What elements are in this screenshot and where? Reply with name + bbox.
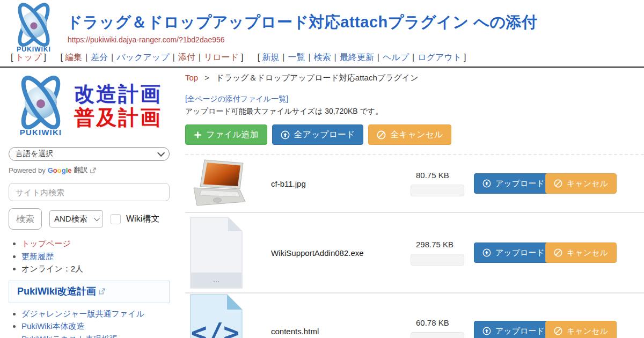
- sidebar-section-title[interactable]: PukiWiki改造計画: [9, 281, 170, 303]
- max-upload-size-text: アップロード可能最大ファイルサイズは 30,720KB です。: [185, 107, 644, 116]
- external-link-icon: [99, 288, 105, 295]
- logo-wordmark: PUKIWIKI: [20, 128, 62, 137]
- progress-bar: [411, 254, 464, 266]
- upload-toolbar: ファイル追加 全アップロード 全キャンセル: [185, 124, 644, 145]
- nav-diff[interactable]: 差分: [91, 53, 108, 62]
- upload-label: アップロード: [495, 326, 545, 336]
- wiki-syntax-label: Wiki構文: [126, 214, 159, 225]
- nav-new[interactable]: 新規: [262, 53, 279, 62]
- svg-text:</>: </>: [191, 317, 239, 338]
- nav-list[interactable]: 一覧: [288, 53, 305, 62]
- upload-all-button[interactable]: 全アップロード: [272, 124, 364, 145]
- svg-text:...: ...: [213, 275, 220, 284]
- google-translate-attribution: Powered by Google 翻訳: [9, 165, 177, 175]
- search-button[interactable]: 検索: [9, 208, 42, 230]
- language-select[interactable]: 言語を選択: [9, 147, 170, 161]
- upload-all-label: 全アップロード: [294, 129, 355, 141]
- nav-reload[interactable]: リロード: [204, 53, 239, 62]
- slogan-line-1: 改造計画: [74, 83, 162, 106]
- file-name: WikiSupportAddin082.exe: [271, 248, 364, 258]
- upload-circle-icon: [281, 130, 290, 139]
- upload-button[interactable]: アップロード: [474, 243, 553, 263]
- search-mode-select[interactable]: AND検索: [49, 210, 103, 227]
- atom-icon: PUKIWIKI: [9, 74, 73, 138]
- nav-edit[interactable]: 編集: [65, 53, 82, 62]
- separator: |: [308, 53, 310, 62]
- cancel-button[interactable]: キャンセル: [545, 243, 617, 263]
- nav-help[interactable]: ヘルプ: [383, 53, 409, 62]
- list-item: PukiWikiテキスト表現拡張: [21, 333, 177, 338]
- cancel-all-button[interactable]: 全キャンセル: [368, 124, 451, 145]
- ban-icon: [377, 130, 386, 139]
- laptop-thumbnail: [189, 158, 250, 209]
- breadcrumb-separator: >: [204, 73, 209, 82]
- pukiwiki-attach-page: PUKIWIKI ドラッグ＆ドロップアップロード対応attachプラグイン への…: [0, 0, 644, 338]
- bracket: ]: [44, 53, 46, 62]
- site-slogan: 改造計画 普及計画: [74, 83, 162, 129]
- separator: |: [282, 53, 284, 62]
- google-wordmark: Google: [48, 166, 72, 174]
- online-count: オンライン：2人: [21, 264, 83, 273]
- breadcrumb: Top > ドラッグ＆ドロップアップロード対応attachプラグイン: [185, 73, 644, 83]
- nav-search[interactable]: 検索: [314, 53, 331, 62]
- separator: |: [111, 53, 113, 62]
- nav-top[interactable]: トップ: [15, 53, 41, 62]
- chevron-down-icon: [157, 149, 165, 157]
- nav-logout[interactable]: ログアウト: [418, 53, 462, 62]
- breadcrumb-home[interactable]: Top: [185, 73, 198, 82]
- cancel-all-label: 全キャンセル: [390, 129, 443, 141]
- sidebar-item-update-history[interactable]: 更新履歴: [21, 252, 54, 261]
- sidebar-item-text-ext[interactable]: PukiWikiテキスト表現拡張: [21, 334, 118, 338]
- main-content: Top > ドラッグ＆ドロップアップロード対応attachプラグイン [全ページ…: [185, 70, 644, 338]
- upload-button[interactable]: アップロード: [474, 321, 553, 338]
- ban-icon: [554, 248, 562, 257]
- all-attachments-link[interactable]: [全ページの添付ファイル一覧]: [185, 94, 644, 104]
- plus-icon: [194, 131, 202, 139]
- cancel-button[interactable]: キャンセル: [545, 321, 617, 338]
- search-controls: 検索 AND検索 Wiki構文: [9, 208, 177, 230]
- cancel-button[interactable]: キャンセル: [545, 173, 617, 194]
- separator: |: [173, 53, 175, 62]
- upload-label: アップロード: [495, 248, 545, 258]
- list-item: オンライン：2人: [21, 263, 177, 275]
- upload-button[interactable]: アップロード: [474, 173, 553, 194]
- sidebar-site-logo[interactable]: PUKIWIKI 改造計画 普及計画: [9, 73, 177, 139]
- nav-backup[interactable]: バックアップ: [116, 53, 169, 62]
- ban-icon: [554, 179, 562, 188]
- bracket: [: [60, 53, 62, 62]
- separator: |: [199, 53, 201, 62]
- slogan-line-2: 普及計画: [74, 106, 162, 130]
- add-file-button[interactable]: ファイル追加: [185, 124, 267, 145]
- progress-bar: [411, 332, 464, 338]
- sidebar-item-common-files[interactable]: ダジャレンジャー版共通ファイル: [21, 309, 144, 318]
- translate-label[interactable]: 翻訳: [74, 165, 88, 175]
- atom-icon: PUKIWIKI: [9, 2, 59, 54]
- file-size: 60.78 KB: [416, 318, 471, 327]
- file-size-column: 298.75 KB: [411, 240, 471, 266]
- bracket: [: [258, 53, 260, 62]
- sidebar-item-core-mod[interactable]: PukiWiki本体改造: [21, 321, 85, 330]
- page-title: ドラッグ＆ドロップアップロード対応attachプラグイン への添付: [67, 12, 538, 33]
- external-link-icon: [90, 167, 96, 173]
- list-item: ダジャレンジャー版共通ファイル: [21, 308, 177, 320]
- separator: |: [85, 53, 87, 62]
- pukiwiki-logo[interactable]: PUKIWIKI: [9, 2, 59, 53]
- cancel-label: キャンセル: [567, 248, 608, 258]
- search-input[interactable]: [9, 183, 170, 201]
- sidebar: PUKIWIKI 改造計画 普及計画 言語を選択 Powered by Goog…: [9, 73, 177, 338]
- sidebar-plugin-links: ダジャレンジャー版共通ファイル PukiWiki本体改造 PukiWikiテキス…: [9, 308, 177, 338]
- file-size-column: 80.75 KB: [411, 171, 471, 196]
- html-file-icon: </>: [189, 293, 243, 338]
- progress-bar: [411, 185, 464, 196]
- separator: |: [377, 53, 379, 62]
- nav-attach[interactable]: 添付: [178, 53, 195, 62]
- file-row: ... WikiSupportAddin082.exe 298.75 KB アッ…: [185, 213, 644, 292]
- nav-recent[interactable]: 最終更新: [340, 53, 374, 62]
- list-item: 更新履歴: [21, 251, 177, 263]
- wiki-syntax-checkbox[interactable]: [111, 214, 121, 224]
- chevron-down-icon: [94, 215, 100, 221]
- language-select-value: 言語を選択: [16, 149, 53, 159]
- file-size: 298.75 KB: [416, 240, 471, 249]
- sidebar-item-top-page[interactable]: トップページ: [21, 239, 71, 248]
- list-item: トップページ: [21, 238, 177, 250]
